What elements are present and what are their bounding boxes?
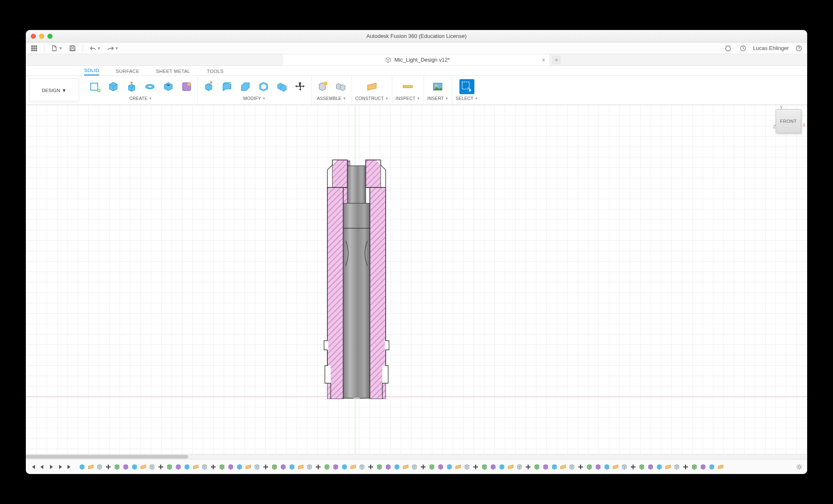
timeline-feature[interactable] [472, 463, 479, 471]
timeline-feature[interactable] [262, 463, 269, 471]
timeline-play-button[interactable] [47, 463, 55, 471]
window-close-button[interactable] [31, 34, 36, 39]
timeline-feature[interactable] [279, 463, 287, 471]
timeline-feature[interactable] [489, 463, 497, 471]
timeline-feature[interactable] [699, 463, 707, 471]
document-tab[interactable]: Mic_Light_Design v12* × ＋ [283, 54, 550, 65]
timeline-feature[interactable] [524, 463, 532, 471]
extensions-button[interactable] [723, 44, 733, 52]
timeline-feature[interactable] [87, 463, 95, 471]
extrude-button[interactable] [124, 79, 139, 94]
timeline-feature[interactable] [559, 463, 567, 471]
timeline-feature[interactable] [218, 463, 226, 471]
joint-button[interactable] [333, 79, 348, 94]
timeline-feature[interactable] [691, 463, 698, 471]
timeline-feature[interactable] [673, 463, 681, 471]
measure-button[interactable] [400, 79, 415, 94]
ribbon-tab-surface[interactable]: SURFACE [116, 69, 139, 75]
hole-button[interactable] [161, 79, 176, 94]
construct-plane-button[interactable] [364, 79, 379, 94]
undo-button[interactable]: ▼ [88, 44, 102, 52]
timeline-feature[interactable] [314, 463, 322, 471]
timeline-feature[interactable] [454, 463, 462, 471]
timeline-feature[interactable] [131, 463, 138, 471]
timeline-feature[interactable] [341, 463, 348, 471]
timeline-feature[interactable] [516, 463, 523, 471]
timeline-feature[interactable] [621, 463, 628, 471]
timeline-feature[interactable] [332, 463, 339, 471]
ribbon-tab-solid[interactable]: SOLID [84, 68, 99, 75]
move-button[interactable] [293, 79, 308, 94]
shell-button[interactable] [256, 79, 271, 94]
timeline-feature[interactable] [638, 463, 646, 471]
redo-button[interactable]: ▼ [106, 44, 120, 52]
timeline-feature[interactable] [664, 463, 672, 471]
timeline-feature[interactable] [533, 463, 541, 471]
timeline-feature[interactable] [96, 463, 103, 471]
timeline-feature[interactable] [647, 463, 654, 471]
timeline-feature[interactable] [148, 463, 156, 471]
ribbon-tab-sheet-metal[interactable]: SHEET METAL [156, 69, 190, 75]
timeline-feature[interactable] [192, 463, 200, 471]
timeline-feature[interactable] [656, 463, 663, 471]
create-form-button[interactable] [106, 79, 121, 94]
timeline-feature[interactable] [603, 463, 611, 471]
timeline-feature[interactable] [586, 463, 593, 471]
chamfer-button[interactable] [238, 79, 253, 94]
timeline-prev-button[interactable] [38, 463, 46, 471]
timeline-first-button[interactable] [29, 463, 37, 471]
timeline-feature[interactable] [717, 463, 724, 471]
timeline-feature[interactable] [376, 463, 383, 471]
user-name-label[interactable]: Lucas Ehlinger [753, 45, 789, 51]
workspace-dropdown[interactable]: DESIGN ▼ [29, 78, 79, 102]
timeline-feature[interactable] [306, 463, 313, 471]
timeline-feature[interactable] [481, 463, 488, 471]
timeline-feature[interactable] [384, 463, 392, 471]
scrollbar-thumb[interactable] [26, 455, 188, 459]
timeline-feature[interactable] [682, 463, 689, 471]
new-component-button[interactable] [315, 79, 330, 94]
timeline-feature[interactable] [157, 463, 165, 471]
timeline-feature[interactable] [629, 463, 637, 471]
timeline-feature[interactable] [551, 463, 558, 471]
timeline-feature[interactable] [113, 463, 121, 471]
timeline-last-button[interactable] [66, 463, 73, 471]
viewcube-face[interactable]: FRONT [776, 109, 801, 133]
horizontal-scrollbar[interactable] [26, 454, 807, 459]
timeline-feature[interactable] [411, 463, 418, 471]
viewcube[interactable]: Y X Z FRONT [776, 109, 801, 133]
timeline-next-button[interactable] [57, 463, 64, 471]
data-panel-button[interactable] [29, 44, 39, 52]
select-button[interactable] [459, 79, 474, 94]
timeline-feature[interactable] [175, 463, 182, 471]
timeline-feature[interactable] [244, 463, 252, 471]
timeline-feature[interactable] [446, 463, 453, 471]
timeline-feature[interactable] [140, 463, 147, 471]
timeline-feature[interactable] [594, 463, 602, 471]
timeline-feature[interactable] [708, 463, 716, 471]
timeline-feature[interactable] [393, 463, 401, 471]
timeline-feature[interactable] [323, 463, 331, 471]
combine-button[interactable] [274, 79, 289, 94]
job-status-button[interactable] [738, 44, 748, 52]
timeline-feature[interactable] [209, 463, 217, 471]
timeline-feature[interactable] [201, 463, 208, 471]
timeline-feature[interactable] [105, 463, 112, 471]
timeline-feature[interactable] [437, 463, 444, 471]
timeline-feature[interactable] [428, 463, 436, 471]
timeline-feature[interactable] [498, 463, 506, 471]
timeline-feature[interactable] [542, 463, 549, 471]
timeline-feature[interactable] [577, 463, 584, 471]
save-button[interactable] [67, 44, 77, 52]
timeline-feature[interactable] [507, 463, 514, 471]
timeline-feature[interactable] [568, 463, 576, 471]
window-minimize-button[interactable] [39, 34, 44, 39]
close-tab-button[interactable]: × [542, 57, 545, 63]
timeline-feature[interactable] [253, 463, 261, 471]
timeline-feature[interactable] [166, 463, 173, 471]
file-menu-button[interactable]: ▼ [50, 44, 64, 52]
timeline-feature[interactable] [349, 463, 357, 471]
canvas[interactable]: Y X Z FRONT [26, 105, 807, 459]
press-pull-button[interactable] [201, 79, 216, 94]
timeline-feature[interactable] [402, 463, 409, 471]
